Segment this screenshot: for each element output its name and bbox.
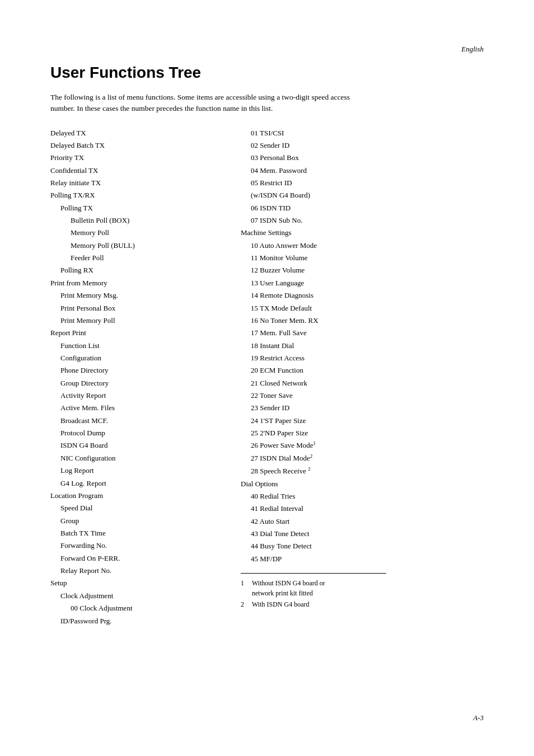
- list-item: 00 Clock Adjustment: [50, 602, 218, 614]
- list-item: ID/Password Prg.: [50, 615, 218, 627]
- list-item: 25 2'ND Paper Size: [241, 427, 484, 439]
- list-item: 10 Auto Answer Mode: [241, 240, 484, 252]
- list-item: (w/ISDN G4 Board): [241, 189, 484, 201]
- list-item: Delayed Batch TX: [50, 139, 218, 152]
- list-item: Print Memory Msg.: [50, 289, 218, 302]
- intro-text: The following is a list of menu function…: [50, 92, 364, 115]
- list-item: Setup: [50, 577, 218, 589]
- list-item: 20 ECM Function: [241, 364, 484, 377]
- list-item: 14 Remote Diagnosis: [241, 289, 484, 302]
- list-item: 12 Buzzer Volume: [241, 264, 484, 276]
- list-item: Function List: [50, 340, 218, 352]
- list-item: Protocol Dump: [50, 427, 218, 439]
- list-item: 06 ISDN TID: [241, 202, 484, 214]
- list-item: 26 Power Save Mode1: [241, 439, 484, 452]
- list-item: Memory Poll (BULL): [50, 240, 218, 252]
- list-item: Report Print: [50, 327, 218, 339]
- list-item: Print from Memory: [50, 277, 218, 289]
- footnote-item: 1Without ISDN G4 board ornetwork print k…: [241, 578, 484, 598]
- list-item: 23 Sender ID: [241, 402, 484, 414]
- list-item: 02 Sender ID: [241, 139, 484, 152]
- list-item: Group: [50, 515, 218, 527]
- list-item: 24 1'ST Paper Size: [241, 415, 484, 427]
- list-item: Machine Settings: [241, 227, 484, 239]
- list-item: Activity Report: [50, 389, 218, 402]
- page: English User Functions Tree The followin…: [0, 0, 534, 756]
- list-item: 04 Mem. Password: [241, 165, 484, 177]
- list-item: Polling TX: [50, 202, 218, 214]
- list-item: 45 MF/DP: [241, 553, 484, 565]
- list-item: Relay initiate TX: [50, 177, 218, 189]
- content-area: Delayed TXDelayed Batch TXPriority TXCon…: [50, 127, 484, 627]
- language-label: English: [50, 45, 484, 54]
- list-item: Polling RX: [50, 264, 218, 276]
- list-item: 42 Auto Start: [241, 515, 484, 528]
- list-item: 41 Redial Interval: [241, 503, 484, 515]
- list-item: Forwarding No.: [50, 539, 218, 552]
- footnote-number: 2: [241, 599, 249, 609]
- left-column: Delayed TXDelayed Batch TXPriority TXCon…: [50, 127, 218, 627]
- list-item: Feeder Poll: [50, 252, 218, 264]
- footnotes: 1Without ISDN G4 board ornetwork print k…: [241, 578, 484, 609]
- footnote-text: With ISDN G4 board: [252, 599, 310, 609]
- list-item: 44 Busy Tone Detect: [241, 540, 484, 552]
- list-item: Polling TX/RX: [50, 189, 218, 201]
- list-item: 01 TSI/CSI: [241, 127, 484, 139]
- list-item: Bulletin Poll (BOX): [50, 214, 218, 227]
- page-number: A-3: [473, 713, 484, 722]
- list-item: Broadcast MCF.: [50, 415, 218, 427]
- list-item: 43 Dial Tone Detect: [241, 528, 484, 540]
- list-item: 19 Restrict Access: [241, 352, 484, 364]
- list-item: Delayed TX: [50, 127, 218, 139]
- list-item: Group Directory: [50, 377, 218, 389]
- list-item: 27 ISDN Dial Mode2: [241, 452, 484, 465]
- list-item: Print Personal Box: [50, 302, 218, 314]
- list-item: 13 User Language: [241, 277, 484, 289]
- list-item: 21 Closed Network: [241, 377, 484, 389]
- list-item: Clock Adjustment: [50, 590, 218, 602]
- page-title: User Functions Tree: [50, 64, 484, 82]
- list-item: Phone Directory: [50, 364, 218, 377]
- list-item: 07 ISDN Sub No.: [241, 214, 484, 227]
- footnote-item: 2With ISDN G4 board: [241, 599, 484, 609]
- list-item: Batch TX Time: [50, 527, 218, 539]
- footnote-number: 1: [241, 578, 249, 598]
- list-item: Log Report: [50, 464, 218, 477]
- list-item: Memory Poll: [50, 227, 218, 239]
- footnote-text: Without ISDN G4 board ornetwork print ki…: [252, 578, 325, 598]
- list-item: Speed Dial: [50, 502, 218, 514]
- list-item: 03 Personal Box: [241, 152, 484, 164]
- list-item: NIC Configuration: [50, 452, 218, 464]
- footnote-divider: [241, 573, 386, 574]
- list-item: Configuration: [50, 352, 218, 364]
- list-item: Priority TX: [50, 152, 218, 164]
- list-item: Relay Report No.: [50, 565, 218, 577]
- list-item: Forward On P-ERR.: [50, 552, 218, 565]
- list-item: 16 No Toner Mem. RX: [241, 314, 484, 327]
- list-item: 28 Speech Receive 2: [241, 465, 484, 478]
- list-item: Active Mem. Files: [50, 402, 218, 414]
- list-item: 15 TX Mode Default: [241, 302, 484, 314]
- list-item: 40 Redial Tries: [241, 490, 484, 503]
- list-item: 11 Monitor Volume: [241, 252, 484, 264]
- list-item: Dial Options: [241, 478, 484, 490]
- list-item: ISDN G4 Board: [50, 439, 218, 452]
- right-column: 01 TSI/CSI02 Sender ID03 Personal Box04 …: [218, 127, 484, 627]
- list-item: 22 Toner Save: [241, 389, 484, 402]
- list-item: G4 Log. Report: [50, 477, 218, 490]
- list-item: 18 Instant Dial: [241, 340, 484, 352]
- list-item: 05 Restrict ID: [241, 177, 484, 189]
- list-item: Print Memory Poll: [50, 314, 218, 327]
- list-item: Confidential TX: [50, 165, 218, 177]
- list-item: 17 Mem. Full Save: [241, 327, 484, 339]
- list-item: Location Program: [50, 490, 218, 502]
